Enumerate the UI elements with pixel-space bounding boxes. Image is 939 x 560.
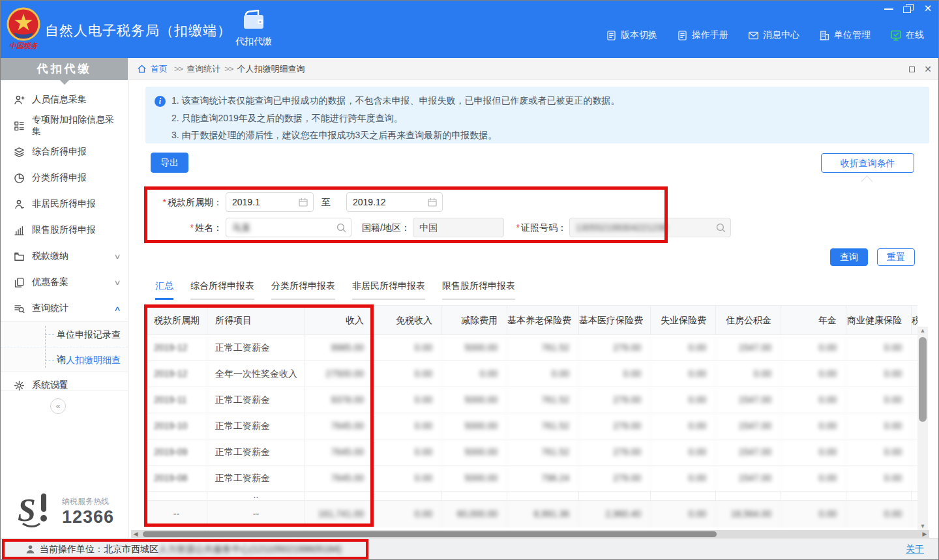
table-cell: 0.00 xyxy=(781,413,846,439)
sidebar-item[interactable]: 综合所得申报 xyxy=(1,139,128,165)
sidebar-item[interactable]: 限售股所得申报 xyxy=(1,217,128,243)
breadcrumb-home[interactable]: 首页 xyxy=(151,63,168,75)
table-cell: 0.00 xyxy=(442,361,507,387)
calendar-icon[interactable] xyxy=(298,197,308,207)
about-link[interactable]: 关于 xyxy=(906,544,924,555)
table-cell[interactable]: 正常工资薪金 xyxy=(207,439,305,465)
nav-item[interactable]: 单位管理 xyxy=(819,29,871,41)
person-icon xyxy=(14,198,25,210)
table-cell: 5000.00 xyxy=(442,465,507,491)
sidebar-item[interactable]: 人员信息采集 xyxy=(1,87,128,113)
table-cell xyxy=(912,501,917,527)
column-header: 免税收入 xyxy=(374,306,442,334)
table-cell: 0.00 xyxy=(716,361,781,387)
nav-item[interactable]: 消息中心 xyxy=(748,29,799,41)
horizontal-scroll-thumb[interactable] xyxy=(143,531,717,537)
table-cell[interactable]: 正常工资薪金 xyxy=(207,413,305,439)
nav-item[interactable]: 操作手册 xyxy=(677,29,728,41)
copy-icon xyxy=(14,276,25,288)
scroll-down-icon[interactable]: ▼ xyxy=(917,522,928,530)
tab-item[interactable]: 非居民所得申报表 xyxy=(352,280,425,300)
table-cell: 0.00 xyxy=(781,501,846,527)
tab-item[interactable]: 综合所得申报表 xyxy=(190,280,254,300)
sidebar-header: 代扣代缴 xyxy=(1,58,128,80)
period-to-input[interactable]: 2019.12 xyxy=(346,192,443,212)
table-cell: 0.00 xyxy=(781,465,846,491)
table-cell[interactable]: 正常工资薪金 xyxy=(207,465,305,491)
tab-item[interactable]: 限售股所得申报表 xyxy=(442,280,515,300)
table-cell: -- xyxy=(207,501,305,527)
sidebar-item[interactable]: 查询统计∧ xyxy=(1,295,128,321)
restore-button[interactable] xyxy=(903,4,914,13)
sidebar-item[interactable]: 分类所得申报 xyxy=(1,165,128,191)
nav-item[interactable]: 在线 xyxy=(890,29,924,41)
sidebar-item[interactable]: 优惠备案∨ xyxy=(1,269,128,295)
module-tab-daikou[interactable]: 代扣代缴 xyxy=(224,10,284,55)
sidebar-item[interactable]: 系统设置 xyxy=(1,372,128,398)
table-cell: 279.00 xyxy=(579,387,651,413)
breadcrumb-item-current: 个人扣缴明细查询 xyxy=(237,63,305,75)
sidebar-item[interactable]: 非居民所得申报 xyxy=(1,191,128,217)
table-cell: 0.00 xyxy=(579,361,651,387)
result-table: 税款所属期所得项目收入免税收入减除费用基本养老保险费基本医疗保险费失业保险费住房… xyxy=(145,305,917,527)
search-icon[interactable] xyxy=(336,222,346,233)
close-button[interactable]: ✕ xyxy=(923,4,933,13)
table-cell: 798.24 xyxy=(507,465,579,491)
column-header: 失业保险费 xyxy=(651,306,716,334)
current-unit-text: 当前操作单位：北京市西城区人力资源公共服务中心(1211050219960518… xyxy=(40,544,342,555)
scroll-up-icon[interactable]: ▲ xyxy=(917,327,928,334)
nav-item-label: 操作手册 xyxy=(692,29,728,41)
user-icon xyxy=(25,544,35,554)
tab-active[interactable]: 汇总 xyxy=(155,280,173,300)
nav-item[interactable]: 版本切换 xyxy=(606,29,657,41)
vertical-scrollbar[interactable]: ▲ ▼ xyxy=(917,327,928,530)
period-from-input[interactable]: 2019.1 xyxy=(226,192,314,212)
nav-item-label: 消息中心 xyxy=(763,29,799,41)
table-cell: 0.00 xyxy=(846,413,912,439)
table-cell: 2019-09 xyxy=(146,439,207,465)
sidebar-sub-item[interactable]: 单位申报记录查询 xyxy=(1,322,128,347)
top-nav: 版本切换操作手册消息中心单位管理在线 xyxy=(606,29,924,41)
collapse-query-button[interactable]: 收折查询条件 xyxy=(821,153,914,173)
result-tabs: 汇总综合所得申报表分类所得申报表非居民所得申报表限售股所得申报表 xyxy=(155,280,515,300)
table-cell: 2019-12 xyxy=(146,361,207,387)
export-button[interactable]: 导出 xyxy=(151,153,188,173)
panel-maximize-icon[interactable] xyxy=(909,66,915,72)
column-header: 税款所属期 xyxy=(146,306,207,334)
tab-item[interactable]: 分类所得申报表 xyxy=(271,280,335,300)
gear-icon xyxy=(14,379,25,391)
table-cell[interactable]: 正常工资薪金 xyxy=(207,335,305,361)
table-cell[interactable]: 全年一次性奖金收入 xyxy=(207,361,305,387)
sidebar-collapse-button[interactable]: « xyxy=(50,398,66,414)
table-cell: 0.00 xyxy=(651,501,716,527)
column-header: 所得项目 xyxy=(207,306,305,334)
table-row: 2019-08正常工资薪金7645.000.005000.00798.24279… xyxy=(146,465,917,492)
building-icon xyxy=(819,30,830,41)
sidebar-item-label: 综合所得申报 xyxy=(32,146,87,158)
sidebar-item[interactable]: 税款缴纳∨ xyxy=(1,243,128,269)
vertical-scroll-thumb[interactable] xyxy=(919,337,927,422)
nav-item-label: 在线 xyxy=(906,29,924,41)
search-icon[interactable] xyxy=(715,222,726,233)
breadcrumb-item-query-stats[interactable]: 查询统计 xyxy=(186,63,220,75)
wallet-icon xyxy=(242,10,265,31)
calendar-icon[interactable] xyxy=(427,197,438,207)
name-input[interactable]: 马某 xyxy=(226,218,351,237)
table-cell[interactable]: 正常工资薪金 xyxy=(207,387,305,413)
table-cell: 0.00 xyxy=(781,361,846,387)
table-cell: 1547.00 xyxy=(716,439,781,465)
reset-button[interactable]: 重置 xyxy=(877,248,915,266)
table-cell: 5000.00 xyxy=(442,413,507,439)
sidebar-sub-item[interactable]: 个人扣缴明细查询 xyxy=(1,347,128,372)
home-icon[interactable] xyxy=(137,64,147,74)
id-number-label: *证照号码： xyxy=(508,222,567,234)
column-header: 减除费用 xyxy=(442,306,507,334)
panel-close-icon[interactable]: ✕ xyxy=(924,64,932,74)
minimize-button[interactable] xyxy=(884,4,894,13)
sidebar-item-label: 系统设置 xyxy=(32,379,68,391)
query-button[interactable]: 查询 xyxy=(830,248,868,266)
sidebar-submenu: 单位申报记录查询个人扣缴明细查询 xyxy=(1,321,128,372)
table-cell: 0.00 xyxy=(374,361,442,387)
sidebar-item[interactable]: 专项附加扣除信息采集 xyxy=(1,113,128,139)
table-cell: 761.52 xyxy=(507,413,579,439)
